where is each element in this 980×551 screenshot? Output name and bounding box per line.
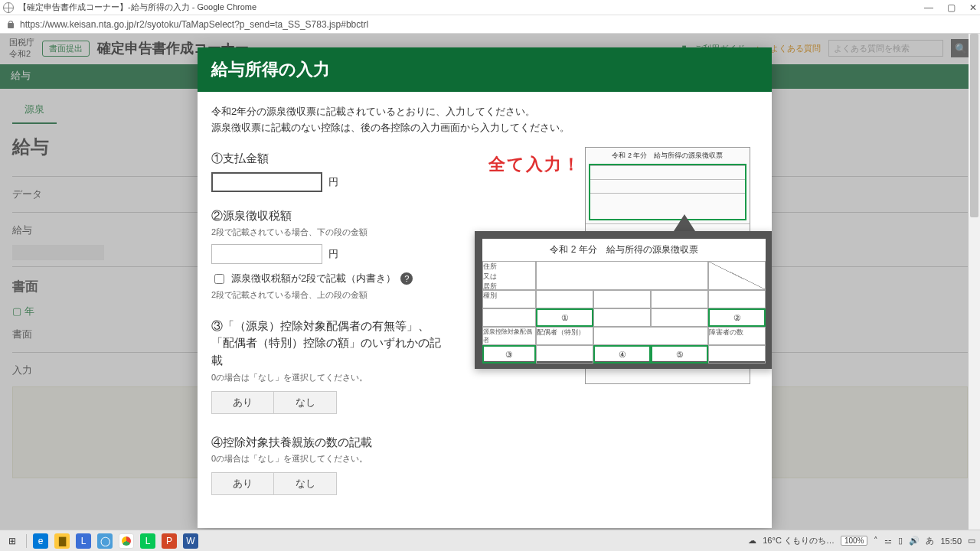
f4-no-button[interactable]: なし xyxy=(274,472,337,495)
field-4-title: ④控除対象扶養親族の数の記載 xyxy=(211,435,441,450)
cortana-icon[interactable]: ◯ xyxy=(97,533,113,549)
dz-cell xyxy=(651,290,708,308)
ime-indicator[interactable]: あ xyxy=(926,535,934,546)
dz-cell xyxy=(536,345,593,364)
dz-cell xyxy=(651,308,708,327)
dz-cell: 障害者の数 xyxy=(708,327,766,345)
field-2-title: ②源泉徴収税額 xyxy=(211,209,441,223)
two-line-checkbox[interactable] xyxy=(214,274,224,284)
dz-cell xyxy=(593,308,651,327)
line-icon[interactable]: L xyxy=(140,533,155,549)
zoom-pointer-icon xyxy=(674,214,695,231)
windows-taskbar: ⊞ e ▇ L ◯ L P W ☁ 16°C くもりのち… 100% ˄ ⚍ ▯… xyxy=(0,530,980,551)
dz-cell: 種別 xyxy=(482,290,536,308)
dz-highlight-1: ① xyxy=(536,308,593,327)
onedrive-icon[interactable]: ☁ xyxy=(748,536,756,546)
f3-no-button[interactable]: なし xyxy=(274,391,337,414)
url-text: https://www.keisan.nta.go.jp/r2/syotoku/… xyxy=(20,19,368,30)
field-2-sub: 2段で記載されている場合、下の段の金額 xyxy=(211,227,441,238)
start-button[interactable]: ⊞ xyxy=(5,533,20,549)
f3-yes-button[interactable]: あり xyxy=(211,391,274,414)
dz-cell xyxy=(482,308,536,327)
browser-address-bar[interactable]: https://www.keisan.nta.go.jp/r2/syotoku/… xyxy=(0,15,980,34)
help-icon[interactable]: ? xyxy=(400,272,413,285)
powerpoint-icon[interactable]: P xyxy=(162,533,177,549)
payment-amount-input[interactable] xyxy=(211,172,322,192)
dz-cell xyxy=(708,290,766,308)
field-3-sub: 0の場合は「なし」を選択してください。 xyxy=(211,372,441,383)
maximize-button[interactable]: ▢ xyxy=(947,2,956,13)
field-2-sub2: 2段で記載されている場合、上の段の金額 xyxy=(211,289,441,301)
modal-instruction-1: 令和2年分の源泉徴収票に記載されているとおりに、入力してください。 xyxy=(211,104,758,120)
zoom-badge[interactable]: 100% xyxy=(841,536,868,546)
dz-highlight-2: ② xyxy=(708,308,766,327)
word-icon[interactable]: W xyxy=(183,533,198,549)
withholding-tax-input[interactable] xyxy=(211,244,322,264)
withholding-slip-zoom: 令和 2 年分 給与所得の源泉徴収票 住所又は居所 種別 ① xyxy=(475,231,772,369)
dz-cell xyxy=(536,290,593,308)
explorer-icon[interactable]: ▇ xyxy=(54,533,70,549)
yen-unit: 円 xyxy=(328,175,338,189)
scrollbar-thumb[interactable] xyxy=(970,34,978,217)
modal-title: 給与所得の入力 xyxy=(198,47,772,92)
dz-cell: 住所又は居所 xyxy=(482,261,536,290)
edge-icon[interactable]: e xyxy=(33,533,48,549)
chrome-icon[interactable] xyxy=(119,533,134,549)
window-titlebar: 【確定申告書作成コーナー】-給与所得の入力 - Google Chrome — … xyxy=(0,0,980,15)
chevron-up-icon[interactable]: ˄ xyxy=(874,536,878,546)
clock[interactable]: 15:50 xyxy=(940,536,962,546)
illustration-column: 全て入力！ 令和 2 年分 給与所得の源泉徴収票 令和 2 年分 給与所得の源泉… xyxy=(452,147,758,496)
dz-cell xyxy=(593,327,708,345)
field-4-sub: 0の場合は「なし」を選択してください。 xyxy=(211,453,441,465)
field-1-title: ①支払金額 xyxy=(211,152,441,166)
dz-cell: 配偶者（特別） xyxy=(536,327,593,345)
scrollbar-track[interactable] xyxy=(969,34,980,530)
lock-icon xyxy=(6,20,15,29)
modal-instruction-2: 源泉徴収票に記載のない控除は、後の各控除の入力画面から入力してください。 xyxy=(211,120,758,136)
dz-highlight-4: ④ xyxy=(593,345,651,364)
notification-icon[interactable]: ▭ xyxy=(968,536,975,546)
f4-yes-button[interactable]: あり xyxy=(211,472,274,495)
close-window-button[interactable]: ✕ xyxy=(969,2,977,13)
window-title: 【確定申告書作成コーナー】-給与所得の入力 - Google Chrome xyxy=(18,2,256,13)
dz-highlight-5: ⑤ xyxy=(651,345,708,364)
dz-cell xyxy=(708,261,766,290)
two-line-label: 源泉徴収税額が2段で記載（内書き） xyxy=(231,272,396,285)
form-column: ①支払金額 円 ②源泉徴収税額 2段で記載されている場合、下の段の金額 円 源泉… xyxy=(211,147,441,496)
dz-cell: 源泉控除対象配偶者 xyxy=(482,327,536,345)
yen-unit: 円 xyxy=(328,247,338,261)
dz-cell xyxy=(536,261,708,290)
globe-icon xyxy=(3,2,14,13)
dz-cell xyxy=(708,345,766,364)
dz-highlight-3: ③ xyxy=(482,345,536,364)
dz-cell xyxy=(593,290,651,308)
minimize-button[interactable]: — xyxy=(924,2,933,13)
weather-status[interactable]: 16°C くもりのち… xyxy=(763,535,835,546)
app-icon[interactable]: L xyxy=(76,533,91,549)
volume-icon[interactable]: 🔊 xyxy=(909,536,920,546)
battery-icon[interactable]: ▯ xyxy=(898,536,903,546)
wifi-icon[interactable]: ⚍ xyxy=(884,536,892,546)
field-3-title: ③「（源泉）控除対象配偶者の有無等」、「配偶者（特別）控除の額」のいずれかの記載 xyxy=(211,318,441,370)
red-annotation: 全て入力！ xyxy=(488,153,581,176)
salary-income-modal: 給与所得の入力 令和2年分の源泉徴収票に記載されているとおりに、入力してください… xyxy=(198,47,772,528)
